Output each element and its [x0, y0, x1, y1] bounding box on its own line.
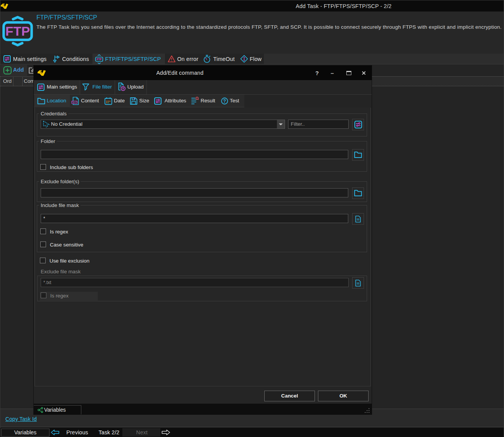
svg-text:TEXT: TEXT [72, 102, 77, 104]
svg-text:FTP: FTP [97, 58, 102, 61]
svg-text:?: ? [223, 99, 226, 104]
svg-text:FTP: FTP [5, 24, 30, 38]
